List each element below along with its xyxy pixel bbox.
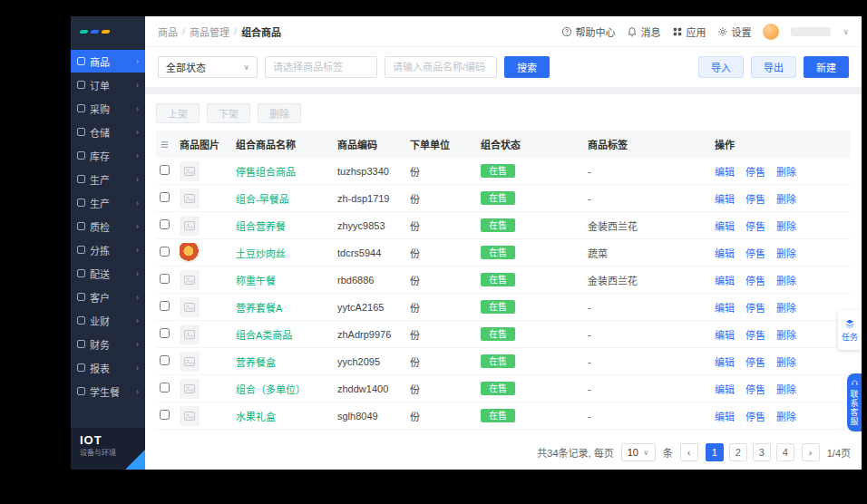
product-name-link[interactable]: 营养餐盒 [236,354,276,369]
sidebar-item-10[interactable]: 客户 › [71,286,145,308]
chevron-down-icon[interactable]: ∨ [843,27,849,36]
import-button[interactable]: 导入 [698,56,744,78]
messages-button[interactable]: 消息 [627,24,660,39]
sidebar-item-7[interactable]: 质检 › [71,215,145,237]
row-checkbox[interactable] [160,192,170,202]
prev-page-button[interactable]: ‹ [680,443,698,461]
edit-link[interactable]: 编辑 [715,164,735,179]
sidebar-item-6[interactable]: 生产 › [71,191,145,214]
stop-sale-link[interactable]: 停售 [745,273,765,287]
edit-link[interactable]: 编辑 [715,246,735,260]
stop-sale-link[interactable]: 停售 [745,246,765,260]
row-checkbox[interactable] [160,410,170,420]
stop-sale-link[interactable]: 停售 [745,300,765,315]
edit-link[interactable]: 编辑 [715,191,735,206]
delete-link[interactable]: 删除 [776,273,796,287]
delete-link[interactable]: 删除 [776,382,796,396]
page-button[interactable]: 1 [706,443,724,461]
edit-link[interactable]: 编辑 [715,354,735,369]
breadcrumb-item-products[interactable]: 商品 [158,24,178,39]
row-checkbox[interactable] [160,328,170,338]
edit-link[interactable]: 编辑 [715,382,735,396]
sidebar-item-9[interactable]: 配送 › [71,262,145,285]
bulk-delete-button[interactable]: 删除 [258,103,301,123]
next-page-button[interactable]: › [802,443,820,461]
sidebar-item-8[interactable]: 分拣 › [71,238,145,261]
keyword-input[interactable] [385,56,497,78]
search-button[interactable]: 搜索 [504,56,550,78]
row-checkbox[interactable] [160,355,170,365]
bulk-off-sale-button[interactable]: 下架 [207,103,250,123]
delete-link[interactable]: 删除 [776,354,796,369]
create-button[interactable]: 新建 [804,56,849,78]
row-checkbox[interactable] [160,383,170,393]
product-tag: - [588,329,591,340]
bulk-on-sale-button[interactable]: 上架 [156,103,200,123]
tag-select-input[interactable] [265,56,377,78]
page-button[interactable]: 4 [776,443,794,461]
delete-link[interactable]: 删除 [776,164,796,179]
contact-support-tab[interactable]: 联系客服 [847,373,862,431]
sidebar-item-1[interactable]: 订单 › [71,73,145,96]
stop-sale-link[interactable]: 停售 [745,409,765,423]
sidebar-item-2[interactable]: 采购 › [71,97,145,120]
edit-link[interactable]: 编辑 [715,300,735,315]
product-name-link[interactable]: 称重午餐 [236,273,276,287]
settings-button[interactable]: 设置 [717,24,751,39]
product-name-link[interactable]: 水果礼盒 [236,409,276,423]
avatar[interactable] [763,24,779,40]
user-name-redacted[interactable] [791,27,831,36]
page-size-select[interactable]: 10 ∨ [621,443,656,461]
iot-panel[interactable]: IOT 设备与环境 [71,428,145,470]
edit-link[interactable]: 编辑 [715,409,735,423]
product-name-link[interactable]: 停售组合商品 [236,164,296,179]
stop-sale-link[interactable]: 停售 [745,164,765,179]
product-name-link[interactable]: 营养套餐A [236,300,282,315]
sidebar-item-11[interactable]: 业财 › [71,309,145,332]
sidebar-item-5[interactable]: 生产 › [71,168,145,190]
delete-link[interactable]: 删除 [776,191,796,206]
logo-dash-blue [90,30,99,34]
row-checkbox[interactable] [160,274,170,284]
sidebar-item-4[interactable]: 库存 › [71,144,145,167]
row-checkbox[interactable] [160,247,170,257]
apps-button[interactable]: 应用 [672,24,706,39]
edit-link[interactable]: 编辑 [715,273,735,287]
sidebar-item-12[interactable]: 财务 › [71,333,145,355]
breadcrumb-item-product-management[interactable]: 商品管理 [190,24,229,39]
delete-link[interactable]: 删除 [776,327,796,342]
edit-link[interactable]: 编辑 [715,327,735,342]
stop-sale-link[interactable]: 停售 [745,218,765,233]
stop-sale-link[interactable]: 停售 [745,382,765,396]
help-center-button[interactable]: 帮助中心 [561,24,615,39]
sidebar-item-14[interactable]: 学生餐 › [71,380,145,402]
export-button[interactable]: 导出 [751,56,796,78]
sidebar-item-13[interactable]: 报表 › [71,356,145,379]
page-button[interactable]: 3 [753,443,771,461]
delete-link[interactable]: 删除 [776,300,796,315]
row-checkbox[interactable] [160,165,170,175]
stop-sale-link[interactable]: 停售 [745,354,765,369]
stop-sale-link[interactable]: 停售 [745,191,765,206]
column-settings-icon[interactable] [156,140,180,150]
edit-link[interactable]: 编辑 [715,218,735,233]
row-checkbox[interactable] [160,301,170,311]
page-button[interactable]: 2 [729,443,747,461]
product-name-link[interactable]: 组合A类商品 [236,327,292,342]
stop-sale-link[interactable]: 停售 [745,327,765,342]
sidebar-item-0[interactable]: 商品 › [71,50,145,73]
delete-link[interactable]: 删除 [776,218,796,233]
row-checkbox[interactable] [160,219,170,229]
product-name-link[interactable]: 组合营养餐 [236,218,286,233]
status-select[interactable]: 全部状态 ∨ [158,56,258,78]
product-name-link[interactable]: 组合（多单位） [236,382,306,396]
chevron-right-icon: › [136,316,139,325]
col-header-image: 商品图片 [180,137,236,151]
delete-link[interactable]: 删除 [776,246,796,260]
help-center-label: 帮助中心 [575,24,615,39]
sidebar-item-3[interactable]: 仓储 › [71,121,145,143]
delete-link[interactable]: 删除 [776,409,796,423]
task-widget[interactable]: 任务 [838,310,862,350]
product-name-link[interactable]: 土豆炒肉丝 [236,246,286,260]
product-name-link[interactable]: 组合-早餐品 [236,191,289,206]
